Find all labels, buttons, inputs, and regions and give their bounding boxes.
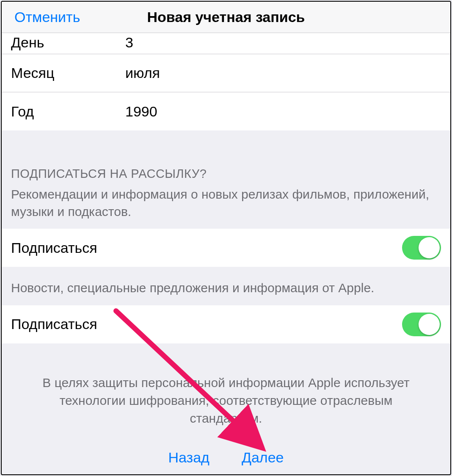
month-value: июля <box>125 65 160 81</box>
back-button[interactable]: Назад <box>168 449 209 466</box>
row-month[interactable]: Месяц июля <box>2 54 450 92</box>
row-year[interactable]: Год 1990 <box>2 92 450 130</box>
subscribe-header: ПОДПИСАТЬСЯ НА РАССЫЛКУ? <box>2 130 450 186</box>
subscribe-toggle-label-2: Подписаться <box>11 316 97 332</box>
subscribe-toggle-1[interactable] <box>402 236 441 260</box>
month-label: Месяц <box>11 65 125 81</box>
bottom-nav: Назад Далее <box>2 449 450 466</box>
cancel-button[interactable]: Отменить <box>14 9 80 25</box>
navbar: Отменить Новая учетная запись <box>2 2 450 33</box>
row-day[interactable]: День 3 <box>2 33 450 54</box>
next-button[interactable]: Далее <box>242 449 284 466</box>
subscribe-toggle-label-1: Подписаться <box>11 240 97 256</box>
day-label: День <box>11 35 125 50</box>
date-group: День 3 Месяц июля Год 1990 <box>2 33 450 130</box>
screen-frame: Отменить Новая учетная запись День 3 Мес… <box>1 1 451 475</box>
year-value: 1990 <box>125 103 157 120</box>
switch-knob <box>419 314 440 335</box>
subscribe-desc-2: Новости, специальные предложения и инфор… <box>2 267 450 305</box>
switch-knob <box>419 237 440 258</box>
privacy-footer: В целях защиты персональной информации A… <box>2 343 450 427</box>
subscribe-toggle-row-1: Подписаться <box>2 229 450 267</box>
day-value: 3 <box>125 35 133 50</box>
subscribe-desc-1: Рекомендации и информация о новых релиза… <box>2 186 450 229</box>
subscribe-toggle-2[interactable] <box>402 313 441 336</box>
subscribe-toggle-row-2: Подписаться <box>2 305 450 343</box>
year-label: Год <box>11 103 125 120</box>
